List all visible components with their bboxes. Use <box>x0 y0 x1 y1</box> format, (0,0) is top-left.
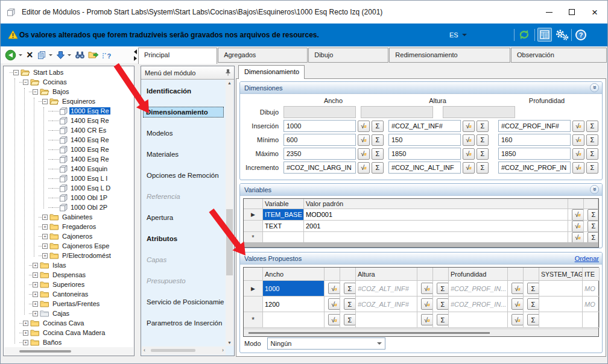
item-base-cell[interactable]: MO <box>583 281 600 297</box>
collapse-box-icon[interactable]: − <box>23 80 28 85</box>
dimension-input-máximo-ancho[interactable] <box>283 148 356 160</box>
collapse-box-icon[interactable]: − <box>42 99 48 104</box>
back-button[interactable] <box>4 48 17 62</box>
sum-button[interactable]: Σ <box>437 314 449 325</box>
menu-item-capas[interactable]: Capas <box>143 254 224 275</box>
sum-button[interactable]: Σ <box>372 148 384 160</box>
scrollbar-thumb[interactable] <box>19 350 71 353</box>
menu-item-servicio-de-posicionamie[interactable]: Servicio de Posicionamie <box>143 296 224 317</box>
menu-item-modelos[interactable]: Modelos <box>143 127 224 148</box>
sum-button[interactable]: Σ <box>477 121 489 132</box>
system-tag-cell[interactable] <box>539 312 583 328</box>
sum-button[interactable]: Σ <box>477 162 489 174</box>
formula-button[interactable]: √a <box>463 162 475 174</box>
formula-button[interactable]: √a <box>421 283 433 294</box>
tree-item[interactable]: 1000 Esq Re <box>4 106 134 116</box>
dimension-input-incremento-ancho[interactable] <box>283 162 356 174</box>
insert-help-button[interactable]: ? <box>101 48 113 62</box>
row-selector[interactable]: * <box>244 312 263 328</box>
splitter-toggle[interactable] <box>133 49 138 64</box>
sum-button[interactable]: Σ <box>587 209 598 221</box>
sum-button[interactable]: Σ <box>437 298 449 310</box>
ancho-cell[interactable] <box>263 312 325 328</box>
tree-item[interactable]: 1400 Esq Re <box>4 154 134 164</box>
row-selector[interactable] <box>244 221 263 232</box>
menu-horizontal-scrollbar[interactable]: ‹ › <box>142 347 226 355</box>
copy-dropdown-caret-icon[interactable] <box>49 54 52 56</box>
scroll-left-icon[interactable]: ‹ <box>144 347 145 353</box>
move-down-button[interactable] <box>55 48 66 62</box>
tree-item[interactable]: −Start Labs <box>4 67 134 77</box>
sum-button[interactable]: Σ <box>587 221 598 232</box>
sum-button[interactable]: Σ <box>586 148 598 160</box>
altura-cell[interactable] <box>356 312 417 328</box>
sum-button[interactable]: Σ <box>586 134 598 146</box>
collapse-box-icon[interactable]: − <box>33 89 38 95</box>
scrollbar-thumb[interactable] <box>226 209 233 275</box>
expand-box-icon[interactable]: + <box>42 215 48 220</box>
tree-item[interactable]: 1400 Esq Re <box>4 135 134 145</box>
scrollbar-thumb[interactable] <box>249 332 490 334</box>
scrollbar-thumb[interactable] <box>151 349 195 352</box>
system-tag-cell[interactable] <box>539 297 583 312</box>
tree-item[interactable]: +Cajas <box>4 309 134 318</box>
menu-item-apertura[interactable]: Apertura <box>143 212 224 233</box>
tree-item[interactable]: +Baños <box>4 337 134 347</box>
settings-gears-button[interactable] <box>554 29 569 41</box>
formula-button[interactable]: √a <box>511 314 524 325</box>
tree-item[interactable]: −Cocinas <box>4 77 134 87</box>
system-tag-cell[interactable] <box>539 281 583 297</box>
back-dropdown-caret-icon[interactable] <box>19 54 22 56</box>
formula-button[interactable]: √a <box>463 134 475 146</box>
ordenar-link[interactable]: Ordenar <box>575 255 599 262</box>
copy-button[interactable] <box>36 48 48 62</box>
formula-button[interactable]: √a <box>572 148 584 160</box>
help-button[interactable]: ? <box>575 30 586 40</box>
sum-button[interactable]: Σ <box>344 298 356 310</box>
search-button[interactable] <box>74 48 86 62</box>
formula-button[interactable]: √a <box>421 298 433 310</box>
sum-button[interactable]: Σ <box>372 134 384 146</box>
grid-horizontal-scrollbar[interactable] <box>244 328 598 336</box>
properties-view-button[interactable] <box>537 28 552 42</box>
expand-box-icon[interactable]: + <box>42 243 48 249</box>
formula-button[interactable]: √a <box>572 134 584 146</box>
formula-button[interactable]: √a <box>358 121 370 132</box>
delete-button[interactable]: × <box>25 48 35 62</box>
sum-button[interactable]: Σ <box>527 283 539 294</box>
expand-box-icon[interactable]: + <box>33 301 38 307</box>
formula-button[interactable]: √a <box>572 209 584 221</box>
formula-button[interactable]: √a <box>358 162 370 174</box>
tree-item[interactable]: +Superiores <box>4 280 134 289</box>
menu-item-referencia[interactable]: Referencia <box>143 190 224 212</box>
tree-item[interactable]: +Cajoneros Espe <box>4 241 134 251</box>
formula-button[interactable]: √a <box>328 298 340 310</box>
pin-icon[interactable] <box>225 69 231 77</box>
dimension-input-incremento-profundidad[interactable] <box>498 162 571 174</box>
tab-dibujo[interactable]: Dibujo <box>308 48 388 63</box>
collapse-chevron-icon[interactable]: « <box>590 185 599 194</box>
formula-button[interactable]: √a <box>572 221 584 232</box>
item-base-cell[interactable] <box>583 312 600 328</box>
formula-button[interactable]: √a <box>463 121 475 132</box>
scroll-down-icon[interactable]: ▼ <box>226 340 233 345</box>
tree-item[interactable]: +Cantoneiras <box>4 289 134 299</box>
variable-name-cell[interactable]: TEXT <box>263 221 304 232</box>
menu-item-atributos[interactable]: Atributos <box>143 233 224 254</box>
expand-box-icon[interactable]: + <box>42 253 48 259</box>
menu-vertical-scrollbar[interactable]: ▲ ▼ <box>226 80 233 346</box>
tab-principal[interactable]: Principal <box>138 48 217 64</box>
close-button[interactable]: × <box>582 1 607 24</box>
formula-button[interactable]: √a <box>511 298 524 310</box>
tree-item[interactable]: +Cajoneros <box>4 231 134 241</box>
formula-button[interactable]: √a <box>572 162 584 174</box>
sum-button[interactable]: Σ <box>586 121 598 132</box>
collapse-box-icon[interactable]: − <box>13 70 19 75</box>
formula-button[interactable]: √a <box>572 232 584 243</box>
tree-item[interactable]: +Fregaderos <box>4 222 134 231</box>
tree-item[interactable]: +Despensas <box>4 270 134 280</box>
tree-item[interactable]: +Cocinas Cava <box>4 318 134 328</box>
modo-dropdown[interactable]: Ningún <box>267 337 385 350</box>
variable-value-cell[interactable]: 2001 <box>304 221 568 232</box>
dimension-input-mínimo-ancho[interactable] <box>283 134 356 146</box>
